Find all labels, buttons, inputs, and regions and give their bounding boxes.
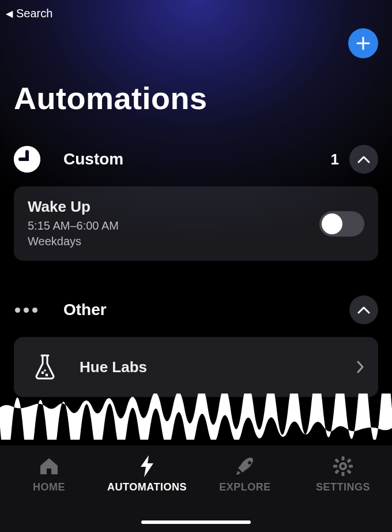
tab-home-label: HOME	[33, 481, 65, 493]
flask-icon	[33, 354, 56, 380]
back-caret-icon: ◀	[6, 8, 13, 19]
tab-home[interactable]: HOME	[3, 455, 95, 493]
torn-edge-decoration	[0, 394, 392, 440]
tab-explore-label: EXPLORE	[219, 481, 271, 493]
section-other-label: Other	[63, 301, 107, 319]
tab-settings[interactable]: SETTINGS	[297, 455, 389, 493]
tab-explore[interactable]: EXPLORE	[199, 455, 291, 493]
bottom-nav: HOME AUTOMATIONS EXPLORE	[0, 445, 392, 532]
clock-icon	[14, 146, 40, 173]
page-title: Automations	[14, 80, 378, 116]
chevron-up-icon	[357, 155, 370, 163]
tab-settings-label: SETTINGS	[316, 481, 370, 493]
svg-rect-11	[334, 469, 339, 474]
svg-point-1	[42, 372, 44, 374]
plus-icon	[356, 36, 371, 51]
svg-rect-6	[333, 465, 337, 468]
chevron-right-icon	[356, 361, 364, 373]
svg-rect-5	[342, 472, 345, 476]
more-dots-icon	[14, 308, 40, 313]
section-custom-count: 1	[331, 151, 339, 168]
hue-labs-item[interactable]: Hue Labs	[14, 337, 378, 397]
svg-point-2	[46, 374, 48, 377]
tab-automations[interactable]: AUTOMATIONS	[101, 455, 193, 493]
back-to-search[interactable]: ◀ Search	[0, 5, 392, 23]
back-label: Search	[16, 7, 52, 20]
rocket-icon	[235, 456, 255, 477]
section-custom-label: Custom	[63, 150, 123, 168]
automation-days: Weekdays	[28, 234, 119, 249]
automation-time: 5:15 AM–6:00 AM	[28, 218, 119, 234]
svg-rect-9	[346, 469, 351, 474]
bolt-icon	[140, 455, 154, 477]
section-custom: Custom 1 Wake Up 5:15 AM–6:00 AM Weekday…	[0, 145, 392, 261]
svg-rect-4	[342, 456, 345, 460]
automation-title: Wake Up	[28, 198, 119, 216]
chevron-up-icon	[357, 306, 370, 314]
home-icon	[39, 456, 59, 476]
svg-point-3	[44, 369, 46, 372]
home-indicator[interactable]	[141, 520, 251, 524]
collapse-other-button[interactable]	[349, 295, 378, 324]
add-automation-button[interactable]	[348, 28, 378, 58]
gear-icon	[333, 456, 353, 477]
svg-rect-7	[349, 465, 353, 468]
tab-automations-label: AUTOMATIONS	[107, 481, 187, 493]
section-other: Other Hue Labs	[0, 295, 392, 397]
automation-wake-up[interactable]: Wake Up 5:15 AM–6:00 AM Weekdays	[14, 186, 378, 261]
hue-labs-label: Hue Labs	[80, 358, 147, 376]
collapse-custom-button[interactable]	[349, 145, 378, 174]
svg-rect-10	[346, 458, 351, 463]
svg-rect-8	[334, 458, 339, 463]
automation-toggle[interactable]	[319, 211, 364, 237]
